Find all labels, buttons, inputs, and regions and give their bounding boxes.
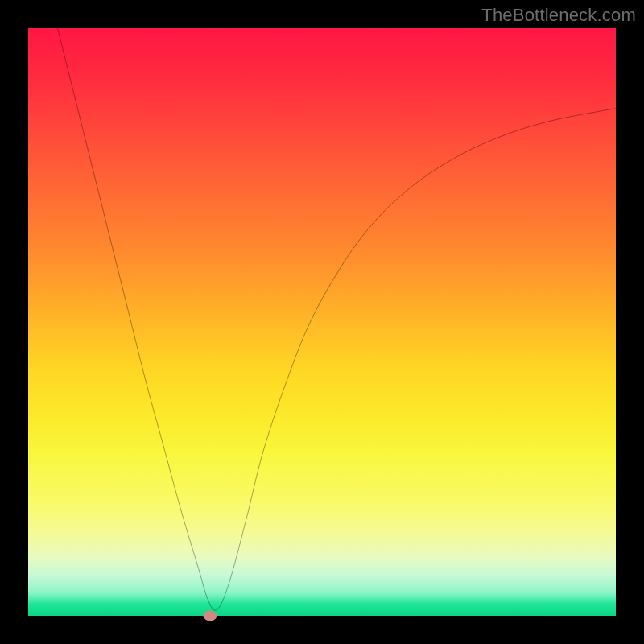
optimal-point-marker [204, 611, 217, 621]
bottleneck-curve [28, 28, 616, 616]
chart-frame: TheBottleneck.com [0, 0, 644, 644]
attribution-text: TheBottleneck.com [481, 5, 636, 26]
curve-line [58, 28, 617, 610]
plot-gradient-area [28, 28, 616, 616]
